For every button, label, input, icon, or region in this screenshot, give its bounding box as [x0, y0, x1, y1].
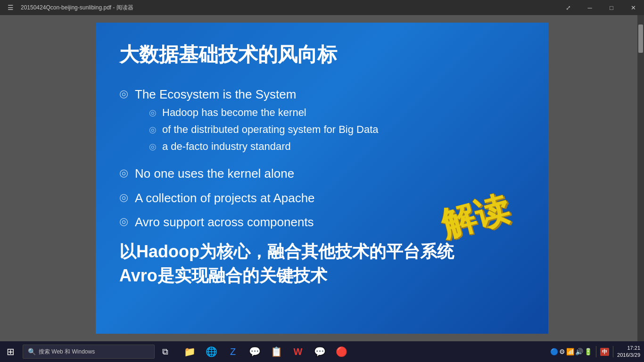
list-item: ◎ a de-facto industry standard — [149, 140, 379, 153]
chrome-icon[interactable]: 🌐 — [201, 341, 222, 362]
bullet-text-2: No one uses the kernel alone — [135, 166, 294, 182]
task-view-button[interactable]: ⧉ — [155, 341, 175, 362]
chinese-line-1: 以Hadoop为核心，融合其他技术的平台系统 — [119, 240, 525, 263]
app-icon-5[interactable]: 💬 — [244, 341, 265, 362]
titlebar: ☰ 20150424Qcon-beijing-sunlibing.pdf - 阅… — [0, 0, 644, 15]
slide-title: 大数据基础技术的风向标 — [119, 41, 525, 68]
close-button[interactable]: ✕ — [622, 0, 644, 15]
search-box[interactable]: 🔍 搜索 Web 和 Windows — [23, 345, 155, 359]
tray-icons: 🔵 ⚙ 📶 🔊 🔋 — [550, 348, 592, 355]
input-method[interactable]: 中 — [600, 348, 609, 356]
titlebar-title: 20150424Qcon-beijing-sunlibing.pdf - 阅读器 — [21, 4, 557, 12]
app-icon-6[interactable]: 📋 — [266, 341, 287, 362]
list-item: ◎ Avro support across components — [119, 214, 525, 230]
wechat-icon[interactable]: 💬 — [309, 341, 330, 362]
clock-date: 2016/3/29 — [617, 352, 640, 359]
expand-button[interactable]: ⤢ — [557, 0, 579, 15]
list-item: ◎ A collection of projects at Apache — [119, 190, 525, 206]
taskbar-clock[interactable]: 17:21 2016/3/29 — [617, 345, 640, 359]
windows-icon: ⊞ — [7, 346, 15, 357]
titlebar-controls: ⤢ ─ □ ✕ — [557, 0, 644, 15]
app-icon-red[interactable]: 🔴 — [331, 341, 352, 362]
bullet-text-1: The Ecosystem is the System — [135, 87, 296, 101]
file-explorer-icon[interactable]: 📁 — [179, 341, 200, 362]
task-view-icon: ⧉ — [162, 347, 168, 357]
sub-bullet-icon: ◎ — [149, 141, 157, 152]
sub-bullet-text: a de-facto industry standard — [162, 140, 291, 153]
clock-time: 17:21 — [617, 345, 640, 352]
list-item: ◎ No one uses the kernel alone — [119, 166, 525, 182]
start-button[interactable]: ⊞ — [0, 341, 21, 362]
list-item: ◎ Hadoop has become the kernel — [149, 107, 379, 119]
pdf-slide: 大数据基础技术的风向标 ◎ The Ecosystem is the Syste… — [96, 23, 548, 334]
slide-wrapper: 大数据基础技术的风向标 ◎ The Ecosystem is the Syste… — [96, 23, 548, 334]
bullet-icon-3: ◎ — [119, 191, 128, 204]
bullet-text-3: A collection of projects at Apache — [135, 190, 315, 206]
sub-bullet-text: of the distributed operating system for … — [162, 123, 379, 136]
tray-icon-3: 📶 — [566, 348, 574, 355]
list-item: ◎ The Ecosystem is the System ◎ Hadoop h… — [119, 87, 525, 157]
sub-bullet-icon: ◎ — [149, 107, 157, 118]
bullet-icon-1: ◎ — [119, 88, 128, 100]
sub-bullet-list-1: ◎ Hadoop has become the kernel ◎ of the … — [135, 107, 379, 153]
tray-icon-1: 🔵 — [550, 348, 558, 355]
sub-bullet-text: Hadoop has become the kernel — [162, 107, 306, 119]
taskbar: ⊞ 🔍 搜索 Web 和 Windows ⧉ 📁 🌐 Z 💬 📋 W 💬 — [0, 341, 644, 362]
content-area: 大数据基础技术的风向标 ◎ The Ecosystem is the Syste… — [0, 15, 644, 341]
chinese-text-block: 以Hadoop为核心，融合其他技术的平台系统 Avro是实现融合的关键技术 — [119, 240, 525, 288]
sub-bullet-icon: ◎ — [149, 124, 157, 135]
maximize-button[interactable]: □ — [601, 0, 622, 15]
tray-icon-2: ⚙ — [559, 348, 565, 355]
search-icon: 🔍 — [28, 348, 36, 355]
bullet-icon-4: ◎ — [119, 215, 128, 228]
taskbar-app-icons: 📁 🌐 Z 💬 📋 W 💬 🔴 — [179, 341, 352, 362]
menu-icon[interactable]: ☰ — [0, 0, 21, 15]
bullet-icon-2: ◎ — [119, 167, 128, 179]
taskbar-right: 🔵 ⚙ 📶 🔊 🔋 中 17:21 2016/3/29 — [550, 345, 644, 359]
scrollbar-thumb[interactable] — [638, 25, 643, 53]
minimize-button[interactable]: ─ — [579, 0, 601, 15]
bullet-text-4: Avro support across components — [135, 214, 314, 230]
tray-divider-2 — [613, 346, 613, 357]
tray-divider — [596, 346, 596, 357]
search-text: 搜索 Web 和 Windows — [39, 348, 95, 356]
bullet-list: ◎ The Ecosystem is the System ◎ Hadoop h… — [119, 87, 525, 230]
list-item: ◎ of the distributed operating system fo… — [149, 123, 379, 136]
tray-icon-4: 🔊 — [575, 348, 583, 355]
tray-icon-5: 🔋 — [584, 348, 592, 355]
zoom-icon[interactable]: Z — [223, 341, 243, 362]
scrollbar-right[interactable] — [637, 15, 644, 341]
chinese-line-2: Avro是实现融合的关键技术 — [119, 264, 525, 288]
wps-icon[interactable]: W — [288, 341, 308, 362]
